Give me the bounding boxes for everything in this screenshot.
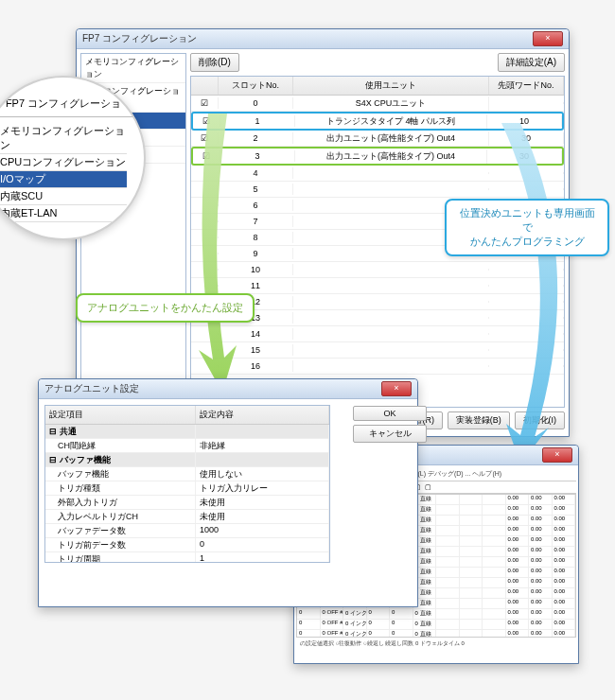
close-icon[interactable]: × [542, 447, 572, 463]
zoom-item: I/Oマップ [0, 171, 127, 188]
close-icon[interactable]: × [533, 31, 563, 46]
property-row[interactable]: CH間絶縁非絶縁 [45, 439, 329, 453]
register-button[interactable]: 実装登録(B) [448, 411, 510, 429]
property-row[interactable]: トリガ周期1 [45, 552, 329, 563]
table-row[interactable]: 00 OFF #0 インクリメ000 直線0.000.000.00 [297, 620, 575, 630]
detail-button[interactable]: 詳細設定(A) [498, 53, 565, 72]
property-row[interactable]: 入力レベルトリガCH未使用 [45, 510, 329, 524]
analog-unit-window: アナログユニット設定 × OK キャンセル 設定項目 設定内容 ⊟ 共通 CH間… [38, 378, 418, 607]
ok-button[interactable]: OK [353, 406, 427, 421]
zoom-item: メモリコンフィグレーション [0, 123, 127, 154]
cancel-button[interactable]: キャンセル [353, 425, 427, 443]
titlebar: FP7 コンフィグレーション × [77, 29, 569, 49]
property-row[interactable]: トリガ種類トリガ入力リレー [45, 481, 329, 496]
zoom-item: 内蔵ET-LAN [0, 205, 127, 222]
table-row[interactable]: 11 [191, 278, 564, 294]
title: FP7 コンフィグレーション [82, 32, 197, 45]
property-grid[interactable]: 設定項目 設定内容 ⊟ 共通 CH間絶縁非絶縁⊟ バッファ機能 バッファ機能使用… [44, 405, 330, 563]
table-row[interactable]: ☑1トランジスタタイプ 4軸 パルス列10 [191, 112, 564, 131]
table-row[interactable]: 5 [191, 182, 564, 198]
table-row[interactable]: ☑2出力ユニット(高性能タイプ) Out430 [191, 131, 564, 147]
property-row[interactable]: 外部入力トリガ未使用 [45, 496, 329, 510]
grid-header: スロットNo. 使用ユニット 先頭ワードNo. [191, 77, 564, 96]
table-row[interactable]: 16 [191, 359, 564, 375]
close-icon[interactable]: × [381, 381, 412, 396]
callout-positioning: 位置決めユニットも専用画面でかんたんプログラミング [445, 199, 609, 256]
zoom-item: CPUコンフィグレーション [0, 154, 127, 171]
table-row[interactable]: 15 [191, 342, 564, 359]
property-row[interactable]: バッファ機能使用しない [45, 467, 329, 481]
table-row[interactable]: 10 [191, 262, 564, 278]
init-button[interactable]: 初期化(I) [515, 411, 566, 429]
table-row[interactable]: ☑3出力ユニット(高性能タイプ) Out430 [191, 147, 564, 166]
callout-analog: アナログユニットをかんたん設定 [76, 293, 255, 323]
property-row[interactable]: ⊟ 共通 [45, 425, 329, 439]
zoom-title: FP7 コンフィグレーショ [0, 96, 144, 117]
property-row[interactable]: バッファデータ数1000 [45, 524, 329, 538]
property-row[interactable]: トリガ前データ数0 [45, 538, 329, 552]
table-row[interactable]: 00 OFF #0 インクリメ000 直線0.000.000.00 [297, 630, 575, 638]
table-row[interactable]: 4 [191, 166, 564, 182]
delete-button[interactable]: 削除(D) [190, 53, 239, 72]
zoom-item: 内蔵SCU [0, 188, 127, 205]
property-row[interactable]: ⊟ バッファ機能 [45, 453, 329, 467]
sidebar-item[interactable]: メモリコンフィグレーション [81, 54, 185, 83]
titlebar: アナログユニット設定 × [39, 379, 417, 399]
status-line: の設定値選択 ○往復動作 ○繰返し 繰返し回数 0 ドウェルタイム 0 [296, 638, 576, 650]
table-row[interactable]: 14 [191, 326, 564, 342]
table-row[interactable]: 00 OFF #0 インクリメ000 直線0.000.000.00 [297, 609, 575, 620]
title: アナログユニット設定 [44, 382, 139, 395]
table-row[interactable]: ☑0S4X CPUユニット [191, 96, 564, 112]
